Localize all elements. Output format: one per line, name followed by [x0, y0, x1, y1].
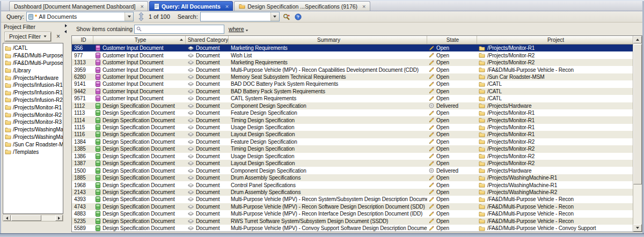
close-icon[interactable]: × — [362, 4, 365, 9]
tree-item-project[interactable]: /Projects/Monitor-R1 — [3, 103, 63, 111]
tree-item-project[interactable]: /Projects/Infusion-R1.1 — [3, 89, 63, 97]
scroll-up-icon[interactable] — [633, 36, 642, 43]
table-row[interactable]: 1885Design Specification DocumentDocumen… — [72, 174, 633, 181]
table-row[interactable]: 1112Design Specification DocumentDocumen… — [72, 102, 633, 109]
advanced-search-icon[interactable] — [282, 12, 291, 21]
table-row[interactable]: 1384Design Specification DocumentDocumen… — [72, 138, 633, 145]
where-link[interactable]: where — [229, 26, 248, 32]
panel-splitter[interactable] — [63, 23, 69, 233]
vertical-scrollbar[interactable] — [633, 36, 642, 232]
tree-item-project[interactable]: /Projects/WashingMachine- — [3, 134, 63, 141]
close-icon[interactable]: × — [140, 4, 143, 9]
table-row[interactable]: 1114Design Specification DocumentDocumen… — [72, 116, 633, 123]
table-row[interactable]: 1113Design Specification DocumentDocumen… — [72, 109, 633, 116]
collapse-right-icon[interactable] — [65, 24, 67, 27]
column-header-shared-category[interactable]: Shared Category — [186, 36, 229, 44]
cell-project: /Projects/Monitor-R1 — [477, 109, 633, 116]
project-path: /FA&D/Multi-Purpose Vehicl — [13, 53, 63, 58]
tab-dashboard[interactable]: Dashboard [Document Management Dashboard… — [9, 1, 148, 11]
table-row[interactable]: 1968Design Specification DocumentDocumen… — [72, 181, 633, 188]
tree-item-project[interactable]: /Templates — [3, 148, 63, 155]
tree-item-project[interactable]: /Projects/Infusion-R1 — [3, 82, 63, 89]
cell-type: Customer Input Document — [93, 51, 186, 58]
table-row[interactable]: 9442Customer Input DocumentDocumentBAD B… — [72, 88, 633, 95]
tree-item-project[interactable]: /CATL — [3, 45, 63, 52]
table-row[interactable]: 1385Design Specification DocumentDocumen… — [72, 145, 633, 152]
collapse-left-icon[interactable] — [64, 30, 67, 33]
tree-item-project[interactable]: /Projects/WashingMachine- — [3, 126, 63, 134]
cell-project: /Projects/Monitor-R1 — [477, 131, 633, 138]
table-row[interactable]: 9141Customer Input DocumentDocumentBAD D… — [72, 80, 633, 87]
table-row[interactable]: 4743Design Specification DocumentDocumen… — [72, 203, 633, 210]
cell-state: Delivered — [427, 167, 477, 174]
help-icon[interactable]: ? — [294, 12, 303, 21]
project-filter-button[interactable]: Project Filter — [5, 32, 51, 41]
folder-icon — [479, 153, 485, 159]
dropdown-arrow-icon[interactable] — [270, 12, 279, 21]
tree-item-project[interactable]: /Projects/Hardware — [3, 74, 63, 82]
tree-item-project[interactable]: /Projects/Monitor-R2 — [3, 111, 63, 118]
tree-item-project[interactable]: /Library — [3, 66, 63, 74]
table-row[interactable]: 1116Design Specification DocumentDocumen… — [72, 131, 633, 138]
folder-icon — [479, 218, 485, 224]
filter-text-field[interactable] — [143, 26, 222, 32]
scroll-down-icon[interactable] — [633, 224, 642, 232]
navigate-up-down-icon[interactable] — [138, 12, 144, 21]
table-row[interactable]: 1500Design Specification DocumentDocumen… — [72, 167, 633, 174]
table-row[interactable]: 2143Design Specification DocumentDocumen… — [72, 189, 633, 196]
scrollbar-thumb[interactable] — [11, 215, 41, 221]
tree-item-project[interactable]: /Projects/Infusion-R2 — [3, 97, 63, 104]
tab-design-specification[interactable]: Design Specification ...Specifications (… — [234, 1, 370, 11]
tab-query-all-documents[interactable]: Query: All Documents × — [149, 1, 233, 11]
table-row[interactable]: 3959Customer Input DocumentDocumentMulti… — [72, 66, 633, 73]
table-row[interactable]: 5589Design Specification DocumentDocumen… — [72, 225, 633, 232]
table-row[interactable]: 1115Design Specification DocumentDocumen… — [72, 124, 633, 131]
cell-state: Open — [427, 73, 477, 80]
table-row[interactable]: 1386Design Specification DocumentDocumen… — [72, 153, 633, 160]
table-row[interactable]: 1387Design Specification DocumentDocumen… — [72, 160, 633, 167]
table-row[interactable]: 6280Customer Input DocumentDocumentMemor… — [72, 73, 633, 80]
cell-project: /Projects/WashingMachine-R1 — [477, 181, 633, 188]
cell-summary: RWS Turret Software System/Subsystem Des… — [229, 218, 427, 225]
close-icon[interactable]: × — [225, 4, 229, 9]
tree-item-project[interactable]: /FA&D/Multi-Purpose Vehicl — [3, 52, 63, 60]
column-header-id[interactable]: ID — [72, 36, 93, 44]
column-header-state[interactable]: State — [427, 36, 477, 44]
column-header-type[interactable]: Type — [93, 36, 186, 44]
shared-document-icon — [188, 190, 194, 195]
design-spec-doc-icon — [96, 225, 100, 231]
folder-icon — [5, 97, 11, 102]
cell-shared-category: Document — [186, 203, 229, 210]
table-row[interactable]: 1313Customer Input DocumentDocumentMarke… — [72, 59, 633, 66]
cell-state: Open — [427, 116, 477, 123]
table-row[interactable]: 356Customer Input DocumentDocumentMarket… — [72, 45, 633, 51]
pencil-icon — [429, 161, 434, 166]
tree-item-project[interactable]: /Projects/Monitor-R3 — [3, 118, 63, 126]
table-row[interactable]: 5235Design Specification DocumentDocumen… — [72, 218, 633, 225]
design-spec-doc-icon — [96, 139, 100, 145]
tree-item-project[interactable]: /FA&D/Multi-Purpose Vehicl — [3, 60, 63, 67]
search-combobox[interactable] — [200, 12, 280, 21]
cell-id: 9442 — [72, 88, 93, 95]
scrollbar-thumb[interactable] — [633, 44, 642, 184]
dropdown-arrow-icon[interactable] — [125, 12, 133, 21]
table-row[interactable]: 977Customer Input DocumentDocumentWish L… — [72, 51, 633, 58]
table-row[interactable]: 4393Design Specification DocumentDocumen… — [72, 196, 633, 203]
table-row[interactable]: 4883Design Specification DocumentDocumen… — [72, 210, 633, 217]
horizontal-scrollbar[interactable] — [3, 214, 63, 221]
cell-project: /Projects/Hardware — [477, 102, 633, 109]
table-row[interactable]: 9571Customer Input DocumentDocumentCATL … — [72, 95, 633, 102]
folder-icon — [239, 3, 245, 9]
pencil-icon — [429, 226, 434, 231]
column-header-project[interactable]: Project — [477, 36, 633, 44]
close-icon[interactable]: × — [56, 34, 60, 39]
filter-input[interactable] — [134, 25, 224, 34]
tree-item-project[interactable]: /Sun Car Roadster-MSM — [3, 140, 63, 148]
cell-summary: Multi-Purpose Vehicle (MPV) - Recon Inte… — [229, 210, 427, 217]
query-combobox[interactable]: * All Documents — [26, 12, 134, 21]
shared-document-icon — [188, 125, 194, 130]
column-header-summary[interactable]: Summary — [229, 36, 427, 44]
scroll-left-icon[interactable] — [3, 215, 11, 221]
cell-state: Open — [427, 66, 477, 73]
scroll-right-icon[interactable] — [55, 215, 63, 221]
